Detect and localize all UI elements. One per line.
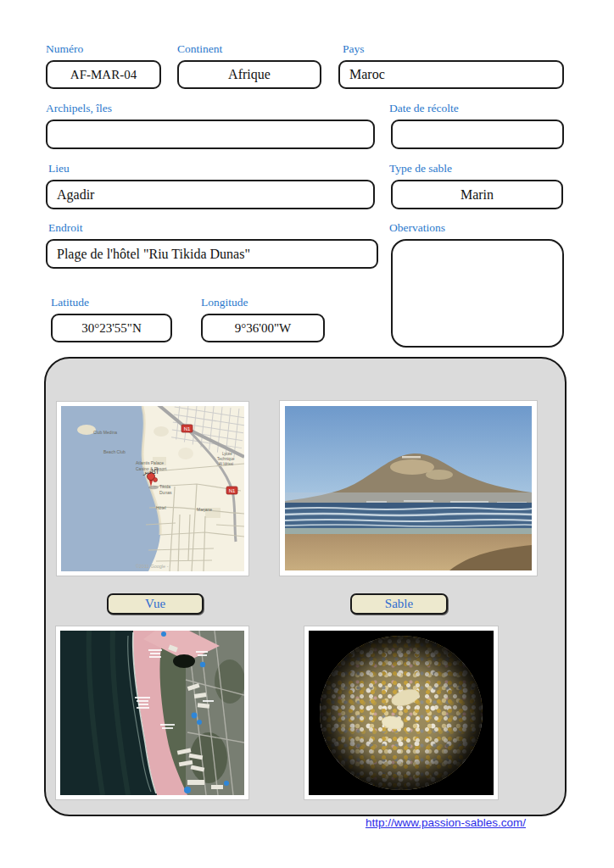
lieu-field[interactable]: Agadir [46, 180, 375, 209]
location-map-image: N1 N1 Club Medina Beach Club Atlantis Pa… [61, 406, 244, 571]
map-label: Dunas [159, 490, 172, 495]
road-badge-n1: N1 [226, 487, 237, 494]
map-label: Al Idrissi [219, 462, 233, 466]
sand-record-page: Numéro Continent Pays Archipels, îles Da… [0, 0, 614, 868]
continent-field[interactable]: Afrique [177, 60, 321, 89]
satellite-photo-frame [55, 626, 249, 800]
satellite-photo-image [60, 631, 244, 795]
map-attribution: ©2011 Google - [136, 564, 169, 569]
vue-button[interactable]: Vue [107, 593, 204, 615]
observations-field[interactable] [391, 239, 564, 348]
observations-label: Obervations [389, 221, 445, 235]
continent-label: Continent [177, 42, 222, 56]
map-label: Tikida [159, 484, 170, 489]
numero-label: Numéro [46, 42, 83, 56]
sand-photo-image [309, 631, 494, 795]
lieu-label: Lieu [48, 162, 70, 175]
map-label: Atlantis Palace [136, 460, 164, 465]
photo-panel: N1 N1 Club Medina Beach Club Atlantis Pa… [44, 357, 567, 816]
map-label: Hôtel [156, 505, 166, 510]
pays-label: Pays [343, 42, 365, 56]
map-label: أكادير [142, 467, 159, 476]
map-label: Beach Club [103, 449, 126, 454]
pays-field[interactable]: Maroc [338, 60, 564, 89]
svg-text:N1: N1 [184, 426, 191, 431]
sand-grains-circle [320, 636, 483, 790]
map-label: Technique [217, 457, 235, 461]
shell-fragment [381, 714, 405, 730]
map-label: Lycée [222, 452, 232, 456]
longitude-label: Longitude [201, 296, 248, 309]
longitude-field[interactable]: 9°36'00"W [201, 314, 325, 342]
location-map-frame: N1 N1 Club Medina Beach Club Atlantis Pa… [56, 401, 249, 576]
beach-photo-image [285, 406, 532, 570]
type-sable-field[interactable]: Marin [391, 180, 563, 209]
sable-button[interactable]: Sable [350, 593, 448, 615]
archipels-field[interactable] [46, 120, 375, 149]
endroit-field[interactable]: Plage de l'hôtel "Riu Tikida Dunas" [46, 239, 378, 269]
beach-photo-frame [279, 400, 538, 576]
map-label: Club Medina [93, 430, 117, 435]
sand-photo-frame [304, 626, 499, 800]
website-link[interactable]: http://www.passion-sables.com/ [366, 816, 526, 829]
date-recolte-label: Date de récolte [389, 102, 459, 115]
archipels-label: Archipels, îles [46, 102, 112, 115]
shell-fragment [390, 686, 422, 709]
svg-text:N1: N1 [229, 488, 236, 493]
latitude-field[interactable]: 30°23'55"N [51, 314, 172, 342]
endroit-label: Endroit [48, 221, 83, 235]
type-sable-label: Type de sable [389, 162, 452, 175]
latitude-label: Latitude [51, 296, 89, 309]
road-badge-n1: N1 [181, 425, 193, 432]
numero-field[interactable]: AF-MAR-04 [46, 60, 161, 89]
date-recolte-field[interactable] [391, 120, 564, 149]
map-label: Marjane [197, 507, 212, 512]
